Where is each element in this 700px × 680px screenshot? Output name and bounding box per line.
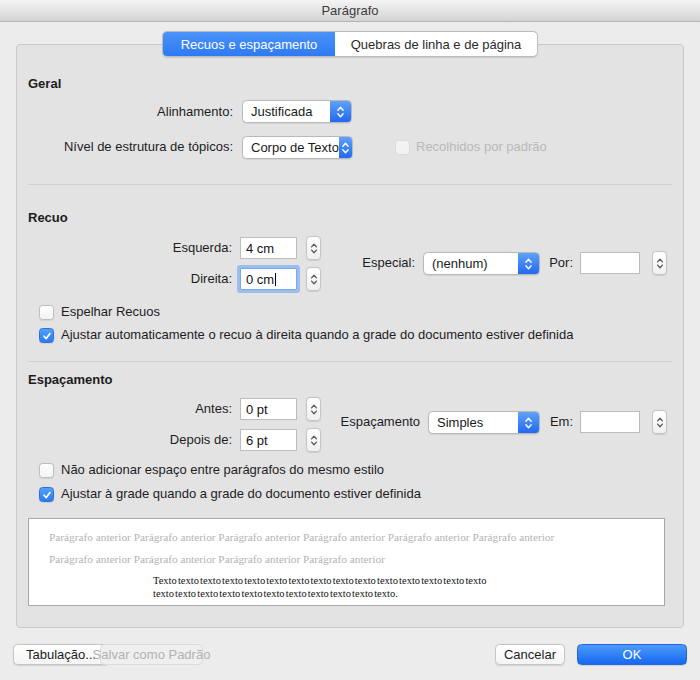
tab-label: Quebras de linha e de página — [351, 37, 522, 52]
recolhidos-label: Recolhidos por padrão — [416, 139, 547, 154]
salvar-como-padrao-button: Salvar como Padrão — [100, 644, 203, 665]
checkmark-icon — [42, 331, 52, 341]
geral-heading: Geral — [28, 76, 61, 91]
ajustar-grade-checkbox[interactable] — [39, 487, 54, 502]
por-input[interactable] — [580, 252, 640, 274]
chevron-up-down-icon — [656, 416, 664, 429]
em-input[interactable] — [580, 411, 640, 433]
preview-text-line-1: Texto texto texto texto texto texto text… — [153, 575, 644, 588]
ok-button-label: OK — [623, 647, 642, 662]
especial-popup[interactable]: (nenhum) — [423, 252, 540, 275]
nivel-estrutura-value: Corpo de Texto — [243, 137, 339, 158]
espacamento-linha-value: Simples — [429, 412, 518, 433]
recolhidos-checkbox — [395, 140, 410, 155]
paragraph-preview: Parágrafo anterior Parágrafo anterior Pa… — [28, 518, 665, 606]
em-stepper[interactable] — [652, 410, 667, 434]
espelhar-recuos-checkbox[interactable] — [39, 305, 54, 320]
esquerda-stepper[interactable] — [306, 236, 321, 260]
ok-button[interactable]: OK — [577, 644, 687, 665]
depois-label: Depois de: — [170, 432, 232, 447]
recuo-heading: Recuo — [28, 210, 68, 225]
espacamento-heading: Espaçamento — [28, 372, 113, 387]
chevron-up-down-icon — [310, 434, 318, 447]
chevron-up-down-icon — [330, 101, 351, 122]
nao-adicionar-espaco-checkbox[interactable] — [39, 463, 54, 478]
salvar-button-label: Salvar como Padrão — [93, 647, 211, 662]
tab-bar: Recuos e espaçamento Quebras de linha e … — [162, 31, 538, 57]
paragraph-dialog-window: Parágrafo Recuos e espaçamento Quebras d… — [0, 0, 700, 680]
alinhamento-value: Justificada — [243, 101, 330, 122]
chevron-up-down-icon — [339, 137, 352, 158]
chevron-up-down-icon — [310, 403, 318, 416]
preview-text-line-2: texto texto texto texto texto texto text… — [153, 588, 644, 601]
tab-recuos-e-espacamento[interactable]: Recuos e espaçamento — [163, 32, 335, 56]
tab-label: Recuos e espaçamento — [181, 37, 318, 52]
cancelar-button-label: Cancelar — [504, 647, 556, 662]
preview-previous-line-1: Parágrafo anterior Parágrafo anterior Pa… — [49, 526, 644, 548]
direita-label: Direita: — [191, 271, 232, 286]
section-divider — [28, 184, 672, 185]
window-title: Parágrafo — [0, 3, 700, 18]
titlebar[interactable]: Parágrafo — [0, 0, 700, 22]
chevron-up-down-icon — [518, 412, 539, 433]
espacamento-linha-popup[interactable]: Simples — [428, 411, 540, 434]
por-stepper[interactable] — [652, 251, 667, 275]
chevron-up-down-icon — [656, 257, 664, 270]
nivel-estrutura-popup[interactable]: Corpo de Texto — [242, 136, 353, 159]
chevron-up-down-icon — [310, 273, 318, 286]
antes-label: Antes: — [195, 401, 232, 416]
espelhar-recuos-label[interactable]: Espelhar Recuos — [61, 304, 160, 319]
depois-stepper[interactable] — [306, 428, 321, 452]
nivel-estrutura-label: Nível de estrutura de tópicos: — [64, 139, 233, 154]
nao-adicionar-espaco-label[interactable]: Não adicionar espaço entre parágrafos do… — [61, 462, 384, 477]
preview-previous-line-2: Parágrafo anterior Parágrafo anterior Pa… — [49, 548, 644, 570]
por-label: Por: — [549, 255, 573, 270]
ajustar-recuo-checkbox[interactable] — [39, 328, 54, 343]
espacamento-linha-label: Espaçamento — [341, 414, 421, 429]
especial-value: (nenhum) — [424, 253, 518, 274]
alinhamento-popup[interactable]: Justificada — [242, 100, 352, 123]
chevron-up-down-icon — [310, 242, 318, 255]
ajustar-recuo-label[interactable]: Ajustar automaticamente o recuo à direit… — [61, 327, 573, 342]
antes-input[interactable] — [240, 398, 297, 420]
cancelar-button[interactable]: Cancelar — [495, 644, 565, 665]
especial-label: Especial: — [362, 255, 415, 270]
antes-stepper[interactable] — [306, 397, 321, 421]
ajustar-grade-label[interactable]: Ajustar à grade quando a grade do docume… — [61, 486, 421, 501]
em-label: Em: — [550, 414, 573, 429]
checkmark-icon — [42, 490, 52, 500]
alinhamento-label: Alinhamento: — [157, 104, 233, 119]
direita-stepper[interactable] — [306, 267, 321, 291]
esquerda-label: Esquerda: — [173, 240, 232, 255]
tab-quebras-de-linha[interactable]: Quebras de linha e de página — [335, 32, 537, 56]
direita-value: 0 cm — [246, 272, 274, 287]
direita-input[interactable]: 0 cm — [240, 268, 297, 290]
section-divider — [28, 361, 672, 362]
tabulacao-button-label: Tabulação... — [26, 647, 96, 662]
esquerda-input[interactable] — [240, 237, 297, 259]
depois-input[interactable] — [240, 429, 297, 451]
text-caret — [275, 273, 276, 286]
chevron-up-down-icon — [518, 253, 539, 274]
